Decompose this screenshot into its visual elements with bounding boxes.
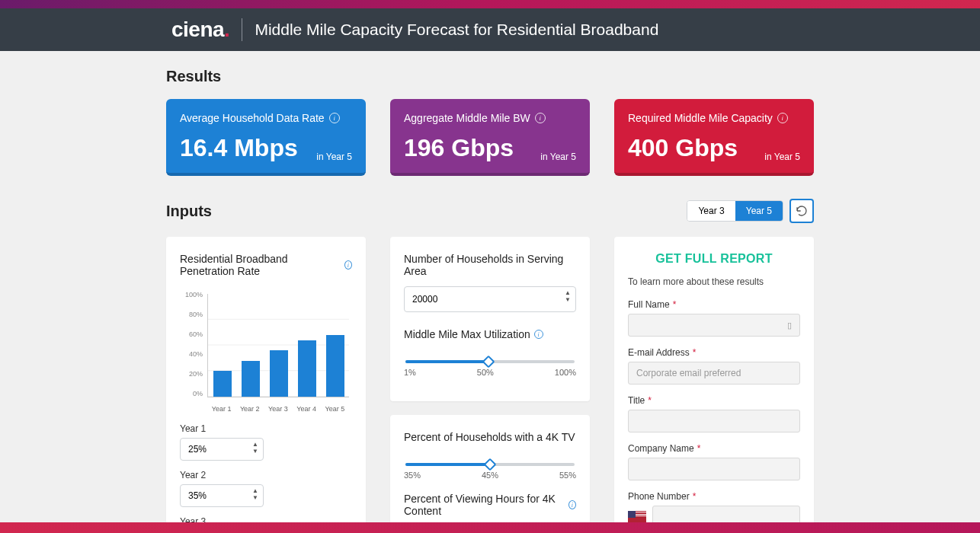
card-label: Aggregate Middle Mile BW — [404, 112, 530, 124]
inputs-heading: Inputs — [166, 203, 212, 220]
card-suffix: in Year 5 — [764, 152, 800, 162]
year2-label: Year 2 — [180, 470, 264, 480]
phone-label: Phone Number — [628, 491, 690, 502]
tv4k-title: Percent of Households with a 4K TV — [404, 431, 575, 443]
result-card-required-capacity: Required Middle Mile Capacityi 400 Gbps … — [614, 99, 814, 176]
utilization-title: Middle Mile Max Utilization — [404, 328, 530, 340]
title-input[interactable] — [628, 410, 800, 432]
report-subtitle: To learn more about these results — [628, 276, 800, 287]
info-icon[interactable]: i — [329, 113, 340, 123]
toggle-year3[interactable]: Year 3 — [687, 201, 735, 221]
chart-bar — [270, 350, 288, 397]
card-label: Required Middle Mile Capacity — [628, 112, 773, 124]
results-cards-row: Average Household Data Ratei 16.4 Mbps i… — [166, 99, 814, 176]
toggle-year5[interactable]: Year 5 — [735, 201, 783, 221]
panel-report-form: GET FULL REPORT To learn more about thes… — [614, 237, 814, 533]
households-title: Number of Households in Serving Area — [404, 253, 576, 277]
card-suffix: in Year 5 — [540, 152, 576, 162]
year-toggle: Year 3 Year 5 — [687, 200, 783, 222]
bottom-gradient-bar — [0, 522, 980, 533]
info-icon[interactable]: i — [568, 500, 576, 509]
panel-penetration-rate: Residential Broadband Penetration Ratei … — [166, 237, 366, 533]
panel-households-utilization: Number of Households in Serving Area 200… — [390, 237, 590, 401]
title-label: Title — [628, 395, 645, 406]
app-header: ciena. Middle Mile Capacity Forecast for… — [0, 8, 980, 51]
households-input[interactable]: 20000▲▼ — [404, 286, 576, 312]
info-icon[interactable]: i — [777, 113, 788, 123]
info-icon[interactable]: i — [535, 113, 546, 123]
chart-bar — [242, 361, 260, 397]
brand-logo: ciena. — [171, 18, 229, 42]
top-gradient-bar — [0, 0, 980, 8]
refresh-icon — [796, 205, 808, 217]
result-card-aggregate-bw: Aggregate Middle Mile BWi 196 Gbps in Ye… — [390, 99, 590, 176]
company-label: Company Name — [628, 443, 694, 454]
utilization-slider[interactable] — [405, 360, 575, 363]
chart-y-axis: 100%80%60%40%20%0% — [180, 291, 206, 397]
year2-stepper[interactable]: 35%▲▼ — [180, 484, 264, 507]
penetration-bar-chart: 100%80%60%40%20%0% Year 1Year 2Year 3Yea… — [180, 291, 352, 413]
chart-x-axis: Year 1Year 2Year 3Year 4Year 5 — [207, 405, 349, 413]
info-icon[interactable]: i — [344, 260, 352, 270]
year1-label: Year 1 — [180, 423, 264, 434]
panel-title-text: Residential Broadband Penetration Rate — [180, 253, 341, 277]
step-up-icon: ▲ — [565, 289, 571, 296]
contact-icon: ▯ — [787, 321, 792, 330]
fullname-input[interactable]: ▯ — [628, 314, 800, 337]
chart-bar — [213, 371, 232, 397]
fullname-label: Full Name — [628, 299, 670, 310]
refresh-button[interactable] — [789, 199, 814, 223]
us-flag-icon[interactable] — [628, 511, 646, 523]
step-up-icon: ▲ — [252, 441, 258, 448]
chart-bar — [326, 335, 344, 397]
email-label: E-mail Address — [628, 347, 690, 358]
year1-stepper[interactable]: 25%▲▼ — [180, 438, 264, 461]
panel-4k-sliders: Percent of Households with a 4K TV 35%45… — [390, 415, 590, 533]
info-icon[interactable]: i — [534, 330, 543, 339]
header-divider — [242, 18, 242, 41]
company-input[interactable] — [628, 458, 800, 480]
page-title: Middle Mile Capacity Forecast for Reside… — [255, 21, 658, 39]
step-down-icon: ▼ — [565, 296, 571, 303]
card-suffix: in Year 5 — [316, 152, 352, 162]
viewing4k-title: Percent of Viewing Hours for 4K Content — [404, 493, 565, 517]
step-down-icon: ▼ — [252, 448, 258, 455]
card-label: Average Household Data Rate — [180, 112, 325, 124]
chart-bar — [298, 340, 316, 397]
report-heading: GET FULL REPORT — [628, 252, 800, 266]
results-heading: Results — [166, 68, 814, 85]
tv4k-slider[interactable] — [405, 463, 575, 466]
result-card-household-rate: Average Household Data Ratei 16.4 Mbps i… — [166, 99, 366, 176]
email-input[interactable]: Corporate email preferred — [628, 362, 800, 385]
